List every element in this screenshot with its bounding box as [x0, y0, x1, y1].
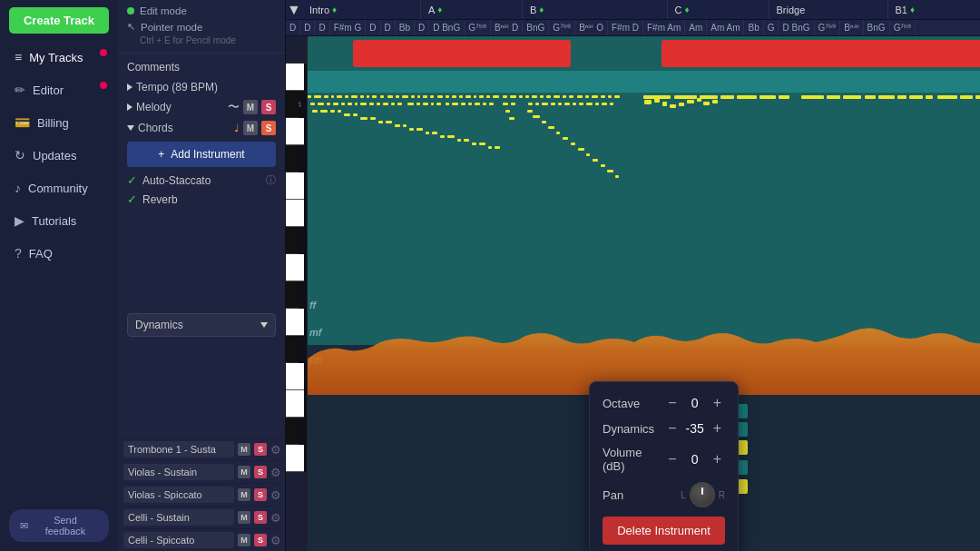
chords-solo-button[interactable]: S — [261, 121, 276, 135]
bridge-label: Bridge — [777, 5, 806, 15]
pan-knob[interactable] — [690, 482, 715, 507]
svg-rect-72 — [330, 110, 335, 113]
dynamics-dropdown-arrow — [260, 322, 268, 328]
svg-rect-76 — [360, 117, 368, 120]
violas-spiccato-mute-btn[interactable]: M — [238, 488, 250, 501]
melody-wave-icon: 〜 — [228, 99, 240, 115]
sidebar-item-billing[interactable]: 💳 Billing — [4, 107, 114, 138]
feedback-label: Send feedback — [33, 515, 98, 536]
dynamics-plus-button[interactable]: + — [710, 420, 725, 437]
chord-dbng2: D BnG — [779, 20, 814, 35]
b-label: B ♦ — [530, 5, 544, 15]
instrument-row-0: Trombone 1 - Susta M S ⚙ — [118, 438, 285, 460]
sidebar: Create Track ≡ My Tracks ✏ Editor 💳 Bill… — [0, 0, 118, 551]
svg-rect-30 — [720, 95, 734, 99]
auto-staccato-check: ✓ — [127, 173, 137, 187]
violas-sustain-settings-btn[interactable]: ⚙ — [270, 466, 281, 479]
melody-row[interactable]: Melody 〜 M S — [118, 96, 285, 118]
svg-rect-80 — [395, 124, 400, 127]
sidebar-item-editor[interactable]: ✏ Editor — [4, 74, 114, 105]
tempo-label: Tempo (89 BPM) — [136, 81, 276, 93]
svg-rect-61 — [431, 103, 434, 105]
volume-plus-button[interactable]: + — [710, 451, 725, 467]
instrument-select-2[interactable]: Violas - Spiccato — [123, 487, 234, 503]
trombone-settings-btn[interactable]: ⚙ — [270, 443, 281, 457]
canvas-area[interactable]: ff mf pp — [308, 36, 980, 551]
svg-rect-131 — [563, 137, 568, 140]
svg-rect-40 — [909, 95, 923, 99]
sidebar-item-my-tracks[interactable]: ≡ My Tracks — [4, 42, 114, 73]
pencil-hint: Ctrl + E for Pencil mode — [131, 35, 285, 50]
faq-icon: ? — [15, 246, 22, 261]
instrument-select-1[interactable]: Violas - Sustain — [123, 464, 234, 480]
celli-sustain-settings-btn[interactable]: ⚙ — [270, 511, 281, 525]
svg-rect-77 — [370, 117, 376, 120]
chord-d4: D — [366, 20, 380, 35]
svg-rect-134 — [586, 153, 590, 156]
tutorials-icon: ▶ — [15, 213, 24, 228]
octave-minus-button[interactable]: − — [664, 395, 680, 411]
violas-sustain-solo-btn[interactable]: S — [254, 466, 267, 478]
svg-rect-1 — [314, 95, 321, 98]
svg-rect-98 — [511, 103, 515, 105]
add-instrument-button[interactable]: + Add Instrument — [127, 142, 276, 167]
svg-rect-136 — [601, 164, 605, 167]
svg-rect-8 — [367, 95, 369, 98]
sidebar-item-community[interactable]: ♪ Community — [4, 172, 114, 203]
chords-row[interactable]: Chords ♩ M S — [118, 118, 285, 138]
celli-spiccato-settings-btn[interactable]: ⚙ — [270, 534, 281, 547]
svg-rect-41 — [926, 95, 933, 99]
trombone-mute-btn[interactable]: M — [238, 443, 250, 456]
pointer-mode-row[interactable]: ↖ Pointer mode — [118, 19, 285, 35]
instrument-select-0[interactable]: Trombone 1 - Susta — [123, 441, 234, 458]
instrument-select-4[interactable]: Celli - Spiccato — [123, 532, 234, 548]
melody-block-2 — [662, 40, 980, 67]
svg-rect-16 — [423, 95, 427, 98]
melody-mute-button[interactable]: M — [243, 100, 258, 114]
violas-spiccato-settings-btn[interactable]: ⚙ — [270, 488, 281, 502]
svg-rect-93 — [495, 146, 500, 149]
octave-plus-button[interactable]: + — [710, 395, 725, 411]
melody-solo-button[interactable]: S — [261, 100, 276, 114]
violas-sustain-mute-btn[interactable]: M — [238, 466, 250, 478]
comments-section[interactable]: Comments — [118, 56, 285, 78]
delete-instrument-button[interactable]: Delete Instrument — [603, 517, 725, 545]
celli-spiccato-solo-btn[interactable]: S — [254, 534, 267, 546]
main-editor: ▼ Intro ♦ A ♦ B ♦ C ♦ Bridge B1 ♦ D — [286, 0, 980, 551]
svg-rect-129 — [548, 126, 554, 129]
chords-mute-button[interactable]: M — [243, 121, 258, 135]
edit-mode-dot — [127, 7, 134, 15]
svg-rect-112 — [608, 95, 612, 98]
trombone-solo-btn[interactable]: S — [254, 443, 267, 456]
dynamics-minus-button[interactable]: − — [664, 420, 680, 437]
chord-d3: D — [315, 20, 329, 35]
svg-rect-113 — [614, 95, 620, 98]
tempo-row[interactable]: Tempo (89 BPM) — [118, 78, 285, 96]
violas-spiccato-solo-btn[interactable]: S — [254, 488, 267, 501]
celli-sustain-mute-btn[interactable]: M — [238, 511, 250, 524]
auto-staccato-info-icon[interactable]: ⓘ — [266, 173, 276, 187]
dynamics-dropdown[interactable]: Dynamics — [127, 313, 276, 337]
svg-rect-70 — [312, 110, 318, 113]
svg-rect-107 — [569, 95, 573, 98]
volume-minus-button[interactable]: − — [664, 451, 680, 467]
a-label: A ♦ — [428, 5, 442, 15]
instrument-select-3[interactable]: Celli - Sustain — [123, 509, 234, 526]
svg-rect-25 — [486, 95, 490, 98]
celli-sustain-solo-btn[interactable]: S — [254, 511, 267, 524]
celli-spiccato-mute-btn[interactable]: M — [238, 534, 250, 546]
sidebar-item-tutorials[interactable]: ▶ Tutorials — [4, 205, 114, 236]
piano-keys-visual — [286, 36, 307, 551]
sidebar-item-faq[interactable]: ? FAQ — [4, 238, 114, 269]
feedback-icon: ✉ — [20, 520, 28, 532]
intro-label: Intro ♦ — [309, 5, 337, 15]
chord-d2: D — [300, 20, 315, 35]
create-track-button[interactable]: Create Track — [9, 7, 109, 34]
reverb-check: ✓ — [127, 192, 137, 206]
volume-label: Volume (dB) — [603, 446, 664, 473]
svg-rect-31 — [737, 95, 757, 99]
sidebar-item-updates[interactable]: ↻ Updates — [4, 140, 114, 171]
svg-rect-23 — [474, 95, 476, 98]
svg-rect-79 — [386, 121, 392, 123]
send-feedback-button[interactable]: ✉ Send feedback — [9, 509, 109, 542]
